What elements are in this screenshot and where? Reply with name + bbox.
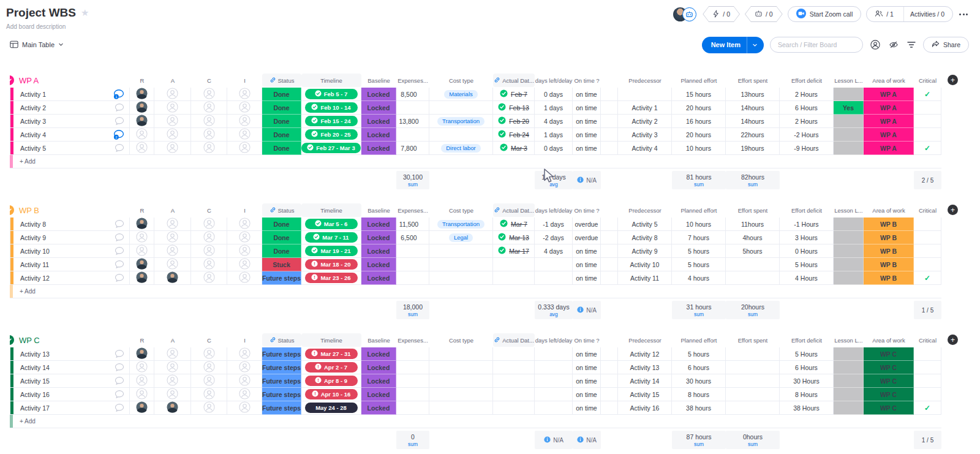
board-description[interactable]: Add board description [6, 23, 89, 30]
person-filter-icon[interactable] [869, 39, 881, 51]
timeline-pill[interactable]: Feb 15 - 24 [305, 116, 358, 126]
item-name[interactable]: Activity 10 [20, 248, 115, 255]
effort-deficit-cell[interactable]: 6 Hours [780, 101, 834, 115]
actual-date-cell[interactable] [493, 374, 535, 388]
person-cell-c[interactable] [191, 374, 227, 388]
baseline-cell[interactable]: Locked [361, 88, 396, 101]
planned-effort-cell[interactable]: 38 hours [672, 401, 726, 415]
predecessor-cell[interactable]: Activity 4 [618, 142, 672, 155]
lesson-learned-cell[interactable] [834, 115, 864, 128]
person-cell-a[interactable] [154, 258, 191, 271]
person-cell-i[interactable] [227, 142, 262, 155]
effort-spent-cell[interactable]: 14hours [726, 115, 780, 128]
critical-cell[interactable]: ✓ [914, 88, 941, 101]
conversation-icon[interactable] [115, 363, 124, 372]
predecessor-cell[interactable]: Activity 2 [618, 115, 672, 128]
column-header-planned[interactable]: Planned effort [672, 333, 726, 347]
area-of-work-cell[interactable]: WP B [864, 271, 914, 285]
effort-deficit-cell[interactable]: 2 Hours [780, 88, 834, 101]
item-name[interactable]: Activity 3 [20, 118, 115, 125]
area-of-work-cell[interactable]: WP A [864, 128, 914, 142]
effort-deficit-cell[interactable]: 8 Hours [780, 388, 834, 401]
column-header-timeline[interactable]: Timeline [301, 333, 361, 347]
actual-date-cell[interactable]: Mar 17 [493, 244, 535, 258]
conversation-icon[interactable] [115, 390, 124, 399]
cost-type-label[interactable]: Transportation [437, 117, 484, 126]
column-header-lesson[interactable]: Lesson L... [834, 333, 864, 347]
actual-date-cell[interactable]: Feb 7 [493, 88, 535, 101]
column-header-on_time[interactable]: On time ? [573, 74, 601, 87]
expenses-cell[interactable] [396, 361, 429, 374]
column-header-days_left[interactable]: days left/delay [535, 74, 573, 87]
baseline-cell[interactable]: Locked [361, 401, 396, 415]
person-cell-c[interactable] [191, 244, 227, 258]
predecessor-cell[interactable]: Activity 10 [618, 258, 672, 271]
days-left-cell[interactable] [535, 347, 573, 361]
timeline-pill[interactable]: !Mar 18 - 20 [305, 259, 358, 270]
person-cell-a[interactable] [154, 142, 191, 155]
column-header-a[interactable]: A [154, 333, 191, 347]
expenses-cell[interactable]: 8,500 [396, 88, 429, 101]
status-cell[interactable]: Future steps [262, 374, 301, 388]
predecessor-cell[interactable]: Activity 16 [618, 401, 672, 415]
column-header-c[interactable]: C [191, 203, 227, 217]
group-name[interactable]: WP C [19, 336, 40, 345]
new-item-button[interactable]: New Item [702, 37, 764, 53]
cost-type-cell[interactable] [429, 244, 493, 258]
planned-effort-cell[interactable]: 7 hours [672, 231, 726, 244]
baseline-cell[interactable]: Locked [361, 142, 396, 155]
actual-date-cell[interactable]: Mar 13 [493, 231, 535, 244]
column-header-predecessor[interactable]: Predecessor [618, 333, 672, 347]
item-cell[interactable]: Activity 14 [10, 361, 130, 374]
item-name[interactable]: Activity 4 [20, 131, 113, 138]
planned-effort-cell[interactable]: 10 hours [672, 218, 726, 231]
effort-deficit-cell[interactable]: 5 Hours [780, 258, 834, 271]
effort-deficit-cell[interactable]: 38 Hours [780, 401, 834, 415]
expenses-cell[interactable] [396, 258, 429, 271]
person-cell-r[interactable] [130, 271, 154, 285]
days-left-cell[interactable]: 0 days [535, 142, 573, 155]
timeline-pill[interactable]: Feb 10 - 14 [305, 102, 358, 113]
filter-icon[interactable] [906, 40, 917, 50]
item-cell[interactable]: Activity 8 [10, 218, 130, 231]
critical-cell[interactable] [914, 374, 941, 388]
baseline-cell[interactable]: Locked [361, 374, 396, 388]
timeline-cell[interactable]: !Mar 23 - 26 [301, 271, 361, 285]
person-cell-i[interactable] [227, 88, 262, 101]
cost-type-cell[interactable] [429, 401, 493, 415]
days-left-cell[interactable] [535, 258, 573, 271]
status-cell[interactable]: Done [262, 101, 301, 115]
area-of-work-cell[interactable]: WP A [864, 115, 914, 128]
person-cell-c[interactable] [191, 361, 227, 374]
person-cell-i[interactable] [227, 374, 262, 388]
person-cell-a[interactable] [154, 128, 191, 142]
column-header-c[interactable]: C [191, 333, 227, 347]
column-header-critical[interactable]: Critical [914, 203, 941, 217]
effort-deficit-cell[interactable]: 6 Hours [780, 361, 834, 374]
lesson-learned-cell[interactable]: Yes [834, 101, 864, 115]
actual-date-cell[interactable] [493, 388, 535, 401]
critical-cell[interactable]: ✓ [914, 142, 941, 155]
effort-spent-cell[interactable] [726, 388, 780, 401]
lesson-learned-cell[interactable] [834, 388, 864, 401]
planned-effort-cell[interactable]: 20 hours [672, 128, 726, 142]
critical-cell[interactable]: ✓ [914, 401, 941, 415]
group-name[interactable]: WP B [19, 206, 39, 215]
cost-type-cell[interactable] [429, 361, 493, 374]
person-cell-i[interactable] [227, 388, 262, 401]
person-cell-r[interactable] [130, 231, 154, 244]
item-name[interactable]: Activity 12 [20, 274, 115, 282]
critical-cell[interactable] [914, 218, 941, 231]
hidden-columns-eye-icon[interactable] [888, 39, 900, 50]
item-name[interactable]: Activity 17 [20, 404, 115, 412]
area-of-work-cell[interactable]: WP B [864, 218, 914, 231]
on-time-cell[interactable]: on time [573, 101, 601, 115]
column-header-area[interactable]: Area of work [864, 74, 914, 87]
column-header-spent[interactable]: Effort spent [726, 203, 780, 217]
area-of-work-cell[interactable]: WP A [864, 142, 914, 155]
column-header-days_left[interactable]: days left/delay [535, 333, 573, 347]
item-name[interactable]: Activity 5 [20, 145, 115, 152]
avatar-stack[interactable] [673, 7, 696, 21]
item-name[interactable]: Activity 15 [20, 377, 115, 385]
column-header-a[interactable]: A [154, 74, 191, 87]
